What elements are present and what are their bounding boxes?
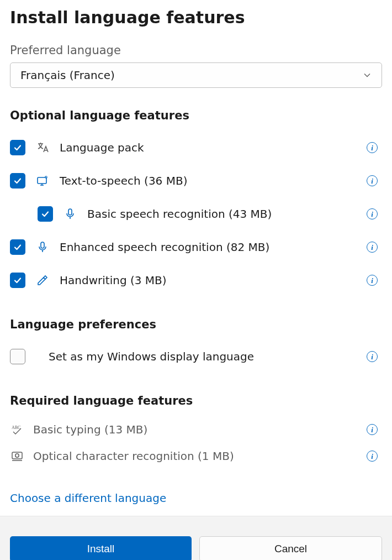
enhanced-speech-label: Enhanced speech recognition (82 MB) <box>60 240 357 254</box>
install-button[interactable]: Install <box>10 536 192 560</box>
basic-typing-icon: ABC <box>10 423 24 436</box>
info-icon[interactable]: i <box>367 275 378 286</box>
feature-row-tts: Text-to-speech (36 MB) i <box>10 164 382 197</box>
svg-point-6 <box>15 454 19 457</box>
preferred-language-label: Preferred language <box>10 44 382 57</box>
required-row-ocr: Optical character recognition (1 MB) i <box>10 443 382 469</box>
language-pack-icon <box>35 141 50 154</box>
feature-row-handwriting: Handwriting (3 MB) i <box>10 264 382 297</box>
preference-row-display-language: Set as my Windows display language i <box>10 340 382 373</box>
optional-features-heading: Optional language features <box>10 109 382 122</box>
feature-row-language-pack: Language pack i <box>10 131 382 164</box>
preferred-language-value: Français (France) <box>20 69 115 82</box>
feature-row-enhanced-speech: Enhanced speech recognition (82 MB) i <box>10 231 382 264</box>
language-pack-checkbox[interactable] <box>10 140 25 155</box>
microphone-icon <box>35 240 50 254</box>
language-preferences-heading: Language preferences <box>10 318 382 331</box>
required-features-heading: Required language features <box>10 394 382 407</box>
dialog-content: Install language features Preferred lang… <box>0 0 392 516</box>
info-icon[interactable]: i <box>367 351 378 362</box>
microphone-icon <box>63 207 77 221</box>
handwriting-label: Handwriting (3 MB) <box>60 274 357 287</box>
display-language-checkbox[interactable] <box>10 349 25 364</box>
svg-rect-5 <box>12 452 22 459</box>
info-icon[interactable]: i <box>367 175 378 186</box>
tts-checkbox[interactable] <box>10 173 25 189</box>
handwriting-checkbox[interactable] <box>10 273 25 288</box>
handwriting-icon <box>35 274 50 287</box>
required-row-basic-typing: ABC Basic typing (13 MB) i <box>10 416 382 443</box>
svg-rect-0 <box>38 177 46 184</box>
enhanced-speech-checkbox[interactable] <box>10 239 25 255</box>
info-icon[interactable]: i <box>367 208 378 219</box>
basic-speech-label: Basic speech recognition (43 MB) <box>87 207 357 221</box>
choose-different-language-link[interactable]: Choose a different language <box>10 491 166 505</box>
dialog-footer: Install Cancel <box>0 516 392 560</box>
info-icon[interactable]: i <box>367 242 378 253</box>
dialog-title: Install language features <box>10 8 382 27</box>
monitor-speech-icon <box>35 174 50 187</box>
svg-text:ABC: ABC <box>12 425 20 430</box>
basic-typing-label: Basic typing (13 MB) <box>33 423 358 436</box>
chevron-down-icon <box>363 71 372 80</box>
feature-row-basic-speech: Basic speech recognition (43 MB) i <box>10 197 382 231</box>
ocr-icon <box>10 449 24 463</box>
cancel-button[interactable]: Cancel <box>199 536 382 560</box>
preferred-language-dropdown[interactable]: Français (France) <box>10 62 382 88</box>
svg-rect-2 <box>68 209 72 215</box>
info-icon[interactable]: i <box>367 451 378 462</box>
ocr-label: Optical character recognition (1 MB) <box>33 449 358 463</box>
svg-rect-3 <box>41 242 44 248</box>
tts-label: Text-to-speech (36 MB) <box>60 174 357 187</box>
basic-speech-checkbox[interactable] <box>38 206 53 222</box>
info-icon[interactable]: i <box>367 142 378 153</box>
install-language-features-dialog: Install language features Preferred lang… <box>0 0 392 560</box>
display-language-label: Set as my Windows display language <box>49 350 357 363</box>
language-pack-label: Language pack <box>60 141 357 154</box>
info-icon[interactable]: i <box>367 424 378 435</box>
